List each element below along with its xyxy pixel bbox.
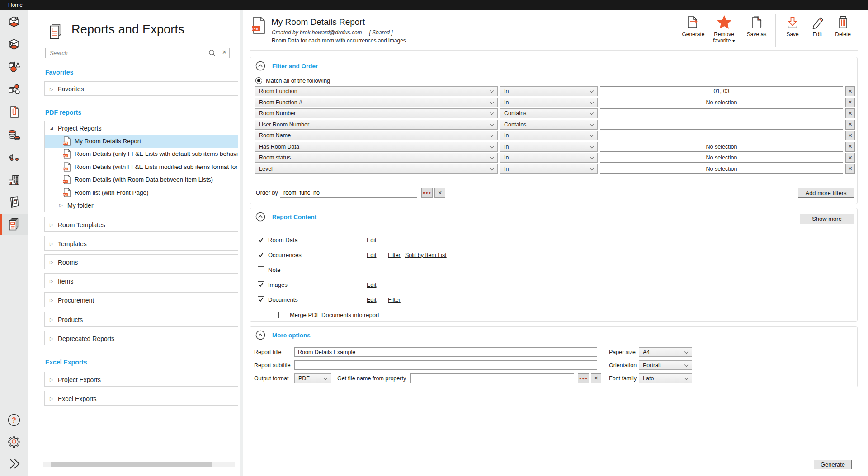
show-more-button[interactable]: Show more	[800, 214, 854, 224]
filter-operator-select[interactable]: In	[500, 142, 598, 152]
tree-group-excel-exports[interactable]: ▷ Excel Exports	[45, 391, 238, 406]
filename-browse-button[interactable]: ●●●	[578, 373, 589, 383]
rail-reports-icon[interactable]	[0, 214, 28, 235]
match-all-radio[interactable]	[255, 77, 262, 84]
filter-value-field[interactable]	[600, 108, 843, 118]
font-family-select[interactable]: Lato	[639, 373, 692, 383]
orientation-select[interactable]: Portrait	[639, 360, 692, 370]
filter-operator-select[interactable]: In	[500, 86, 598, 96]
remove-filter-button[interactable]: ✕	[845, 86, 855, 96]
edit-link[interactable]: Edit	[367, 237, 377, 243]
paper-size-select[interactable]: A4	[639, 347, 692, 357]
footer-generate-button[interactable]: Generate	[814, 460, 852, 469]
filter-value-field[interactable]: No selection	[600, 142, 843, 152]
split-by-item-list-link[interactable]: Split by Item List	[405, 252, 447, 258]
rail-buildings-icon[interactable]	[0, 170, 28, 191]
add-more-filters-button[interactable]: Add more filters	[798, 188, 854, 198]
filter-operator-select[interactable]: Contains	[500, 108, 598, 118]
order-by-input[interactable]	[280, 188, 417, 198]
tree-group-products[interactable]: ▷ Products	[45, 312, 238, 327]
filter-link[interactable]: Filter	[388, 252, 401, 258]
tree-group-project-exports[interactable]: ▷ Project Exports	[45, 372, 238, 387]
remove-filter-button[interactable]: ✕	[845, 108, 855, 118]
tree-group-room-templates[interactable]: ▷ Room Templates	[45, 217, 238, 232]
home-tab[interactable]: Home	[0, 0, 31, 10]
filter-field-select[interactable]: Room status	[255, 153, 498, 163]
search-clear-icon[interactable]: ✕	[222, 49, 227, 56]
output-format-select[interactable]: PDF	[294, 373, 331, 383]
filter-field-select[interactable]: Level	[255, 164, 498, 174]
collapse-section-button[interactable]	[255, 61, 265, 71]
report-subtitle-input[interactable]	[294, 360, 597, 370]
remove-filter-button[interactable]: ✕	[845, 164, 855, 174]
rail-items-icon[interactable]	[0, 56, 28, 77]
documents-checkbox[interactable]	[258, 296, 264, 303]
filter-link[interactable]: Filter	[388, 297, 401, 303]
rail-catalog-icon[interactable]	[0, 192, 28, 213]
merge-pdf-checkbox[interactable]	[278, 312, 285, 318]
filter-field-select[interactable]: Has Room Data	[255, 142, 498, 152]
filter-operator-select[interactable]: In	[500, 131, 598, 140]
tree-group-items[interactable]: ▷ Items	[45, 274, 238, 288]
tree-report-my-room-details[interactable]: PDF My Room Details Report	[45, 135, 238, 148]
tree-report-room-details-room-data[interactable]: PDF Room Details (with Room Data between…	[45, 173, 238, 187]
edit-link[interactable]: Edit	[367, 252, 377, 258]
filter-field-select[interactable]: Room Function #	[255, 98, 498, 107]
rail-logistics-icon[interactable]	[0, 147, 28, 168]
scrollbar-thumb[interactable]	[51, 462, 212, 467]
tree-group-my-folder[interactable]: ▷ My folder	[45, 199, 238, 212]
filter-operator-select[interactable]: In	[500, 153, 598, 163]
rail-settings-button[interactable]	[0, 432, 28, 452]
report-title-input[interactable]	[294, 347, 597, 357]
filter-value-field[interactable]: No selection	[600, 153, 843, 163]
tree-group-templates[interactable]: ▷ Templates	[45, 236, 238, 251]
edit-link[interactable]: Edit	[367, 282, 377, 288]
edit-link[interactable]: Edit	[367, 297, 377, 303]
collapse-section-button[interactable]	[255, 330, 265, 340]
remove-favorite-button[interactable]: Remove favorite ▾	[706, 14, 742, 44]
remove-filter-button[interactable]: ✕	[845, 120, 855, 130]
remove-filter-button[interactable]: ✕	[845, 153, 855, 163]
filter-value-field[interactable]: 01, 03	[600, 86, 843, 96]
remove-filter-button[interactable]: ✕	[845, 131, 855, 140]
remove-filter-button[interactable]: ✕	[845, 142, 855, 152]
tree-group-procurement[interactable]: ▷ Procurement	[45, 293, 238, 307]
delete-button[interactable]: Delete	[830, 14, 856, 37]
rail-products-icon[interactable]	[0, 79, 28, 100]
tree-group-project-reports[interactable]: ◢ Project Reports	[45, 121, 238, 135]
tree-group-rooms[interactable]: ▷ Rooms	[45, 255, 238, 269]
generate-button[interactable]: Generate	[681, 14, 706, 37]
rail-finance-icon[interactable]	[0, 124, 28, 145]
collapse-section-button[interactable]	[255, 212, 265, 222]
images-checkbox[interactable]	[258, 281, 264, 288]
edit-button[interactable]: Edit	[805, 14, 830, 37]
rail-documents-icon[interactable]	[0, 102, 28, 122]
room-data-checkbox[interactable]	[258, 237, 264, 243]
filter-value-field[interactable]	[600, 131, 843, 140]
tree-group-deprecated-reports[interactable]: ▷ Deprecated Reports	[45, 331, 238, 345]
filter-operator-select[interactable]: In	[500, 98, 598, 107]
tree-report-room-list-front-page[interactable]: PDF Room list (with Front Page)	[45, 186, 238, 199]
filter-operator-select[interactable]: In	[500, 164, 598, 174]
remove-filter-button[interactable]: ✕	[845, 98, 855, 107]
order-by-clear-button[interactable]: ✕	[434, 188, 445, 198]
filter-field-select[interactable]: User Room Number	[255, 120, 498, 130]
filter-field-select[interactable]: Room Number	[255, 108, 498, 118]
rail-rooms-icon[interactable]	[0, 11, 28, 32]
order-by-browse-button[interactable]: ●●●	[421, 188, 433, 198]
save-button[interactable]: Save	[780, 14, 805, 37]
filename-property-input[interactable]	[410, 373, 574, 383]
tree-report-room-details-ffe-bim[interactable]: PDF Room Details (with FF&E Lists modifi…	[45, 160, 238, 173]
note-checkbox[interactable]	[258, 266, 264, 273]
filter-value-field[interactable]	[600, 120, 843, 130]
filter-operator-select[interactable]: Contains	[500, 120, 598, 130]
filter-field-select[interactable]: Room Function	[255, 86, 498, 96]
occurrences-checkbox[interactable]	[258, 252, 264, 258]
filename-clear-button[interactable]: ✕	[591, 373, 601, 383]
rail-help-button[interactable]: ?	[0, 410, 28, 430]
tree-group-favorites[interactable]: ▷ Favorites	[45, 82, 238, 96]
save-as-button[interactable]: Save as	[742, 14, 770, 37]
search-input[interactable]	[45, 48, 230, 58]
rail-room-templates-icon[interactable]	[0, 34, 28, 55]
filter-value-field[interactable]: No selection	[600, 164, 843, 174]
